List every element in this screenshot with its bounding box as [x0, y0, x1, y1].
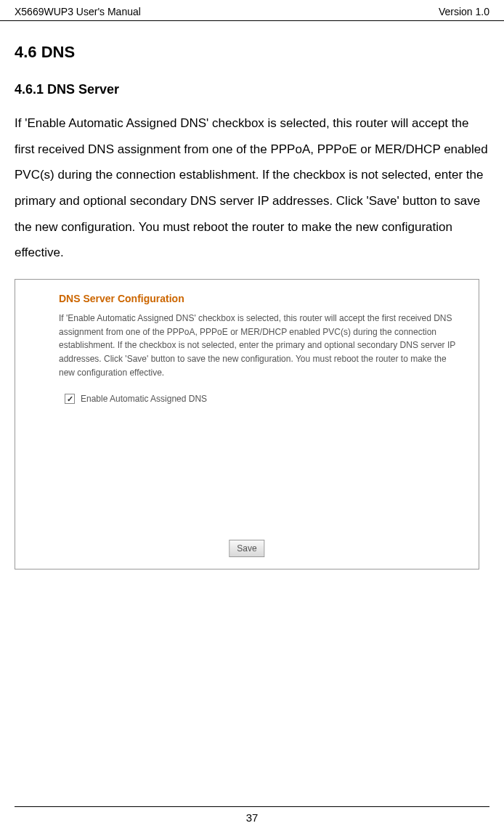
config-panel-description: If 'Enable Automatic Assigned DNS' check…	[59, 312, 461, 379]
page-number: 37	[246, 811, 259, 824]
save-button[interactable]: Save	[229, 540, 264, 557]
subsection-title: 4.6.1 DNS Server	[15, 82, 489, 97]
auto-dns-checkbox-row[interactable]: ✓ Enable Automatic Assigned DNS	[65, 394, 461, 404]
section-title: 4.6 DNS	[15, 43, 489, 62]
dns-config-screenshot: DNS Server Configuration If 'Enable Auto…	[15, 279, 479, 569]
page-content: 4.6 DNS 4.6.1 DNS Server If 'Enable Auto…	[0, 21, 504, 584]
header-left: X5669WUP3 User's Manual	[15, 6, 141, 17]
page-footer: 37	[15, 806, 489, 824]
checkbox-label: Enable Automatic Assigned DNS	[81, 394, 207, 404]
config-panel-title: DNS Server Configuration	[59, 293, 461, 304]
body-paragraph: If 'Enable Automatic Assigned DNS' check…	[15, 110, 489, 266]
header-right: Version 1.0	[439, 6, 489, 17]
checkbox-icon[interactable]: ✓	[65, 394, 75, 404]
page-header: X5669WUP3 User's Manual Version 1.0	[0, 0, 504, 21]
